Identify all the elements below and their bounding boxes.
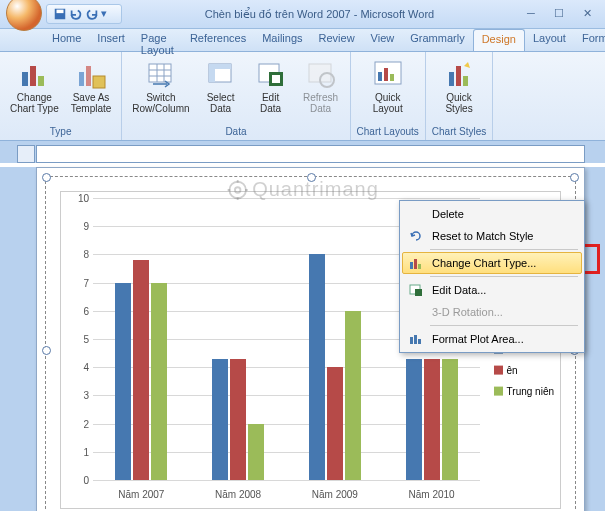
y-tick: 1 (69, 446, 89, 457)
group-label-data: Data (225, 125, 246, 138)
y-tick: 6 (69, 305, 89, 316)
y-tick: 9 (69, 221, 89, 232)
y-tick: 3 (69, 390, 89, 401)
ribbon: ChangeChart Type Save AsTemplate Type Sw… (0, 52, 605, 141)
svg-rect-6 (86, 66, 91, 86)
ctx-3d-rotation: 3-D Rotation... (402, 301, 582, 323)
svg-rect-36 (414, 259, 417, 269)
legend-item[interactable]: Trung niên (494, 383, 554, 400)
bar[interactable] (230, 359, 246, 480)
horizontal-ruler[interactable] (36, 145, 585, 163)
svg-rect-27 (456, 66, 461, 86)
undo-icon[interactable] (69, 7, 83, 21)
ctx-edit-data[interactable]: Edit Data... (402, 279, 582, 301)
tab-review[interactable]: Review (311, 29, 363, 51)
save-icon[interactable] (53, 7, 67, 21)
close-button[interactable]: ✕ (573, 5, 601, 23)
qat-dropdown-icon[interactable]: ▾ (101, 7, 115, 21)
ctx-delete[interactable]: Delete (402, 203, 582, 225)
ctx-change-chart-type[interactable]: Change Chart Type... (402, 252, 582, 274)
tab-format[interactable]: Format (574, 29, 605, 51)
tab-grammarly[interactable]: Grammarly (402, 29, 472, 51)
resize-handle[interactable] (570, 173, 579, 182)
svg-rect-39 (415, 289, 422, 296)
edit-data-button[interactable]: EditData (248, 56, 294, 125)
switch-row-column-button[interactable]: SwitchRow/Column (128, 56, 193, 125)
refresh-data-button[interactable]: RefreshData (298, 56, 344, 125)
office-button[interactable] (6, 0, 42, 31)
tab-home[interactable]: Home (44, 29, 89, 51)
svg-rect-42 (418, 339, 421, 344)
y-tick: 7 (69, 277, 89, 288)
window-title: Chèn biểu đồ trên Word 2007 - Microsoft … (122, 8, 517, 21)
bar[interactable] (309, 254, 325, 480)
ctx-reset[interactable]: Reset to Match Style (402, 225, 582, 247)
redo-icon[interactable] (85, 7, 99, 21)
ctx-format-plot-area[interactable]: Format Plot Area... (402, 328, 582, 350)
x-label: Năm 2009 (287, 489, 384, 500)
svg-rect-25 (390, 74, 394, 81)
tab-layout[interactable]: Layout (525, 29, 574, 51)
y-tick: 10 (69, 193, 89, 204)
bar[interactable] (212, 359, 228, 480)
svg-rect-28 (463, 76, 468, 86)
svg-rect-3 (30, 66, 36, 86)
context-menu: Delete Reset to Match Style Change Chart… (399, 200, 585, 353)
save-as-template-button[interactable]: Save AsTemplate (67, 56, 116, 125)
bar[interactable] (424, 359, 440, 480)
svg-rect-35 (410, 262, 413, 269)
bar[interactable] (115, 283, 131, 480)
bar[interactable] (248, 424, 264, 480)
svg-rect-37 (418, 264, 421, 269)
y-tick: 4 (69, 362, 89, 373)
svg-rect-23 (378, 72, 382, 81)
tab-references[interactable]: References (182, 29, 254, 51)
resize-handle[interactable] (42, 173, 51, 182)
change-chart-type-button[interactable]: ChangeChart Type (6, 56, 63, 125)
svg-rect-26 (449, 72, 454, 86)
tab-design[interactable]: Design (473, 29, 525, 51)
svg-rect-40 (410, 337, 413, 344)
tab-mailings[interactable]: Mailings (254, 29, 310, 51)
resize-handle[interactable] (42, 346, 51, 355)
group-label-styles: Chart Styles (432, 125, 486, 138)
bar[interactable] (151, 283, 167, 480)
svg-rect-41 (414, 335, 417, 344)
bar[interactable] (442, 359, 458, 480)
group-label-type: Type (50, 125, 72, 138)
bar[interactable] (406, 359, 422, 480)
svg-rect-9 (149, 64, 171, 82)
x-label: Năm 2008 (190, 489, 287, 500)
svg-rect-4 (38, 76, 44, 86)
x-label: Năm 2007 (93, 489, 190, 500)
svg-rect-19 (272, 75, 280, 83)
bar[interactable] (133, 260, 149, 480)
x-label: Năm 2010 (383, 489, 480, 500)
tab-page-layout[interactable]: Page Layout (133, 29, 182, 51)
quick-styles-button[interactable]: QuickStyles (436, 56, 482, 125)
svg-rect-2 (22, 72, 28, 86)
quick-layout-button[interactable]: QuickLayout (365, 56, 411, 125)
select-data-button[interactable]: SelectData (198, 56, 244, 125)
svg-rect-24 (384, 68, 388, 81)
y-tick: 2 (69, 418, 89, 429)
bar[interactable] (345, 311, 361, 480)
y-tick: 5 (69, 334, 89, 345)
svg-rect-1 (57, 10, 64, 14)
y-tick: 0 (69, 475, 89, 486)
tab-insert[interactable]: Insert (89, 29, 133, 51)
legend-item[interactable]: ên (494, 362, 554, 379)
quick-access-toolbar: ▾ (46, 4, 122, 24)
bar[interactable] (327, 367, 343, 480)
group-label-layouts: Chart Layouts (357, 125, 419, 138)
tab-view[interactable]: View (363, 29, 403, 51)
y-tick: 8 (69, 249, 89, 260)
ribbon-tabs: HomeInsertPage LayoutReferencesMailingsR… (0, 29, 605, 52)
resize-handle[interactable] (307, 173, 316, 182)
svg-rect-16 (209, 64, 215, 82)
minimize-button[interactable]: ─ (517, 5, 545, 23)
maximize-button[interactable]: ☐ (545, 5, 573, 23)
svg-rect-8 (93, 76, 105, 88)
svg-rect-5 (79, 72, 84, 86)
